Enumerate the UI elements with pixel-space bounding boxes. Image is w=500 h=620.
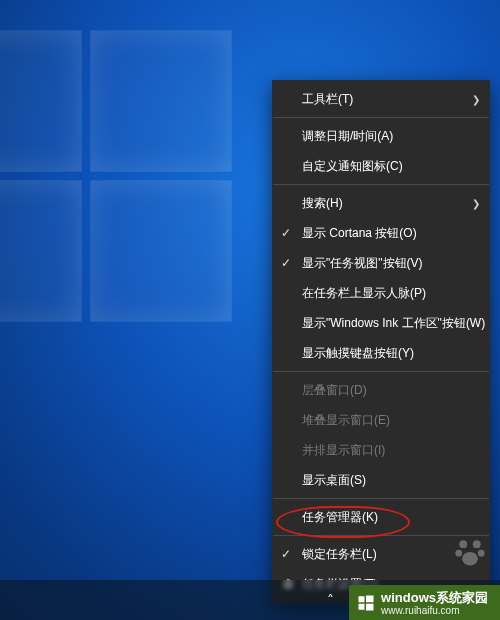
menu-separator <box>273 117 489 118</box>
menu-separator <box>273 371 489 372</box>
check-icon: ✓ <box>281 256 291 270</box>
svg-rect-6 <box>366 595 374 602</box>
menu-item-label: 显示"任务视图"按钮(V) <box>302 255 423 272</box>
watermark-sub: www.ruihaifu.com <box>381 605 488 616</box>
menu-item-label: 锁定任务栏(L) <box>302 546 377 563</box>
menu-item-show-ink[interactable]: 显示"Windows Ink 工作区"按钮(W) <box>272 308 490 338</box>
menu-separator <box>273 184 489 185</box>
desktop[interactable]: 工具栏(T) ❯ 调整日期/时间(A) 自定义通知图标(C) 搜索(H) ❯ ✓… <box>0 0 500 620</box>
menu-item-label: 显示触摸键盘按钮(Y) <box>302 345 414 362</box>
taskbar-context-menu: 工具栏(T) ❯ 调整日期/时间(A) 自定义通知图标(C) 搜索(H) ❯ ✓… <box>272 80 490 603</box>
menu-item-label: 层叠窗口(D) <box>302 382 367 399</box>
menu-item-show-desktop[interactable]: 显示桌面(S) <box>272 465 490 495</box>
windows-icon <box>357 594 375 612</box>
menu-item-label: 堆叠显示窗口(E) <box>302 412 390 429</box>
menu-item-lock-taskbar[interactable]: ✓ 锁定任务栏(L) <box>272 539 490 569</box>
menu-item-side-by-side: 并排显示窗口(I) <box>272 435 490 465</box>
menu-item-label: 搜索(H) <box>302 195 343 212</box>
menu-item-stack: 堆叠显示窗口(E) <box>272 405 490 435</box>
tray-overflow-button[interactable]: ˄ <box>310 580 350 620</box>
menu-item-cascade: 层叠窗口(D) <box>272 375 490 405</box>
menu-item-label: 自定义通知图标(C) <box>302 158 403 175</box>
menu-item-adjust-datetime[interactable]: 调整日期/时间(A) <box>272 121 490 151</box>
watermark-brand: windows系统家园 <box>381 590 488 605</box>
menu-separator <box>273 535 489 536</box>
svg-rect-7 <box>359 603 365 609</box>
menu-item-label: 显示 Cortana 按钮(O) <box>302 225 417 242</box>
chevron-up-icon: ˄ <box>327 592 334 608</box>
chevron-right-icon: ❯ <box>472 198 480 209</box>
watermark: windows系统家园 www.ruihaifu.com <box>349 585 500 620</box>
menu-separator <box>273 498 489 499</box>
menu-item-label: 显示"Windows Ink 工作区"按钮(W) <box>302 315 485 332</box>
menu-item-show-people[interactable]: 在任务栏上显示人脉(P) <box>272 278 490 308</box>
menu-item-label: 调整日期/时间(A) <box>302 128 393 145</box>
svg-rect-8 <box>366 603 374 610</box>
menu-item-task-manager[interactable]: 任务管理器(K) <box>272 502 490 532</box>
menu-item-label: 在任务栏上显示人脉(P) <box>302 285 426 302</box>
menu-item-label: 工具栏(T) <box>302 91 353 108</box>
check-icon: ✓ <box>281 547 291 561</box>
check-icon: ✓ <box>281 226 291 240</box>
menu-item-search[interactable]: 搜索(H) ❯ <box>272 188 490 218</box>
menu-item-customize-tray[interactable]: 自定义通知图标(C) <box>272 151 490 181</box>
menu-item-label: 任务管理器(K) <box>302 509 378 526</box>
chevron-right-icon: ❯ <box>472 94 480 105</box>
menu-item-label: 显示桌面(S) <box>302 472 366 489</box>
menu-item-label: 并排显示窗口(I) <box>302 442 385 459</box>
menu-item-show-taskview[interactable]: ✓ 显示"任务视图"按钮(V) <box>272 248 490 278</box>
menu-item-show-cortana[interactable]: ✓ 显示 Cortana 按钮(O) <box>272 218 490 248</box>
svg-rect-5 <box>359 596 365 602</box>
menu-item-toolbars[interactable]: 工具栏(T) ❯ <box>272 84 490 114</box>
menu-item-show-touch-keyboard[interactable]: 显示触摸键盘按钮(Y) <box>272 338 490 368</box>
windows-logo-light <box>0 30 260 350</box>
